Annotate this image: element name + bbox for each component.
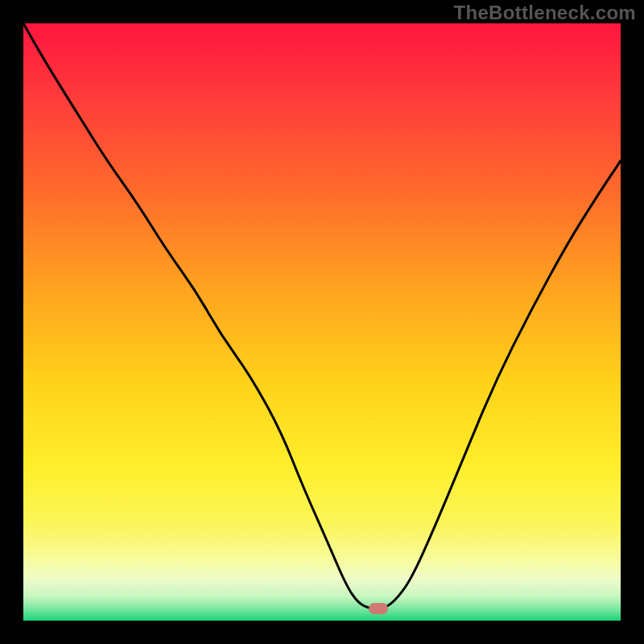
marker-pill xyxy=(369,603,388,614)
bottleneck-curve xyxy=(23,23,621,621)
chart-frame: TheBottleneck.com xyxy=(0,0,644,644)
optimal-point-marker xyxy=(369,603,388,614)
curve-path xyxy=(23,23,621,609)
watermark-text: TheBottleneck.com xyxy=(454,2,636,24)
